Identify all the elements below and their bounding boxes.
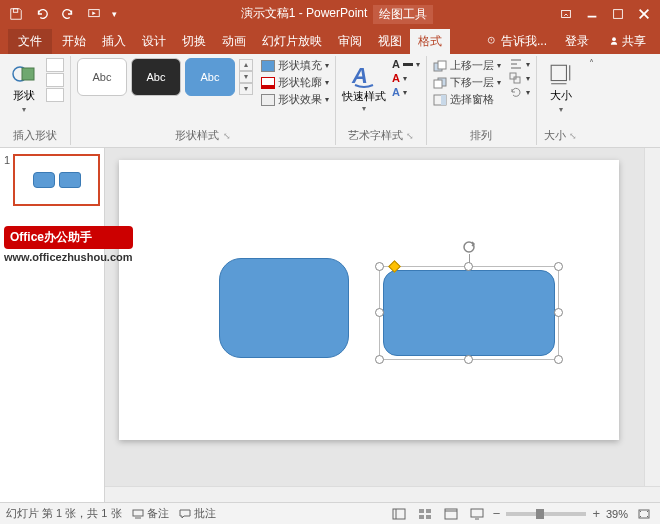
bring-forward-button[interactable]: 上移一层 ▾ <box>433 58 501 73</box>
svg-text:A: A <box>351 63 368 88</box>
style-preset-3[interactable]: Abc <box>185 58 235 96</box>
login-button[interactable]: 登录 <box>557 29 597 54</box>
svg-rect-15 <box>434 80 442 88</box>
quick-styles-button[interactable]: A 快速样式 ▾ <box>342 58 386 118</box>
text-fill-button[interactable]: A ▾ <box>392 58 420 70</box>
size-button[interactable]: 大小 ▾ <box>543 58 579 118</box>
rounded-rectangle-1[interactable] <box>219 258 349 358</box>
adjustment-handle[interactable] <box>388 260 401 273</box>
svg-rect-0 <box>13 9 17 13</box>
rotation-handle-icon[interactable] <box>462 240 476 254</box>
tab-format[interactable]: 格式 <box>410 29 450 54</box>
reading-view-icon[interactable] <box>441 506 461 522</box>
send-backward-button[interactable]: 下移一层 ▾ <box>433 75 501 90</box>
tab-animations[interactable]: 动画 <box>214 29 254 54</box>
zoom-slider[interactable] <box>506 512 586 516</box>
style-preset-1[interactable]: Abc <box>77 58 127 96</box>
slideshow-view-icon[interactable] <box>467 506 487 522</box>
vertical-scrollbar[interactable] <box>644 148 660 502</box>
svg-rect-31 <box>419 515 424 519</box>
svg-rect-21 <box>510 73 516 79</box>
rounded-rectangle-2-selected[interactable] <box>383 270 555 356</box>
ribbon-tabs: 文件 开始 插入 设计 切换 动画 幻灯片放映 审阅 视图 格式 告诉我... … <box>0 28 660 54</box>
tab-review[interactable]: 审阅 <box>330 29 370 54</box>
close-icon[interactable] <box>632 3 656 25</box>
svg-rect-23 <box>551 65 566 80</box>
collapse-ribbon-icon[interactable]: ˄ <box>585 56 598 71</box>
group-label-wordart: 艺术字样式 ⤡ <box>342 126 420 143</box>
notes-button[interactable]: 备注 <box>132 506 169 521</box>
shape-outline-button[interactable]: 形状轮廓 ▾ <box>261 75 329 90</box>
text-effects-button[interactable]: A ▾ <box>392 86 420 98</box>
share-button[interactable]: 共享 <box>601 29 654 54</box>
resize-handle-mr[interactable] <box>554 308 563 317</box>
selection-pane-button[interactable]: 选择窗格 <box>433 92 501 107</box>
maximize-icon[interactable] <box>606 3 630 25</box>
slide-thumbnail-panel: 1 <box>0 148 105 502</box>
resize-handle-ml[interactable] <box>375 308 384 317</box>
text-outline-button[interactable]: A ▾ <box>392 72 420 84</box>
title-bar: ▾ 演示文稿1 - PowerPoint 绘图工具 <box>0 0 660 28</box>
zoom-in-icon[interactable]: + <box>592 506 600 521</box>
svg-rect-17 <box>441 95 446 105</box>
ribbon-options-icon[interactable] <box>554 3 578 25</box>
slide[interactable] <box>119 160 619 440</box>
comments-button[interactable]: 批注 <box>179 506 216 521</box>
qat-customize-icon[interactable]: ▾ <box>108 3 120 25</box>
tab-view[interactable]: 视图 <box>370 29 410 54</box>
fit-to-window-icon[interactable] <box>634 506 654 522</box>
gallery-more-icon[interactable]: ▾ <box>239 83 253 95</box>
resize-handle-br[interactable] <box>554 355 563 364</box>
horizontal-scrollbar[interactable] <box>105 486 660 502</box>
shape-style-gallery[interactable]: Abc Abc Abc ▴ ▾ ▾ <box>77 58 253 96</box>
text-box-button[interactable] <box>46 73 64 87</box>
redo-icon[interactable] <box>56 3 80 25</box>
tab-file[interactable]: 文件 <box>8 29 52 54</box>
slide-counter: 幻灯片 第 1 张，共 1 张 <box>6 506 122 521</box>
minimize-icon[interactable] <box>580 3 604 25</box>
svg-rect-10 <box>22 68 34 80</box>
start-from-beginning-icon[interactable] <box>82 3 106 25</box>
group-label-arrange: 排列 <box>433 126 530 143</box>
svg-rect-13 <box>438 61 446 69</box>
svg-rect-25 <box>133 510 143 516</box>
shape-fill-button[interactable]: 形状填充 ▾ <box>261 58 329 73</box>
align-button[interactable]: ▾ <box>509 58 530 70</box>
rotate-button[interactable]: ▾ <box>509 86 530 98</box>
shapes-button[interactable]: 形状 ▾ <box>6 58 42 118</box>
style-preset-2[interactable]: Abc <box>131 58 181 96</box>
thumb-number: 1 <box>4 154 10 206</box>
tab-home[interactable]: 开始 <box>54 29 94 54</box>
resize-handle-tm[interactable] <box>464 262 473 271</box>
tab-transitions[interactable]: 切换 <box>174 29 214 54</box>
zoom-level[interactable]: 39% <box>606 508 628 520</box>
tab-slideshow[interactable]: 幻灯片放映 <box>254 29 330 54</box>
tab-design[interactable]: 设计 <box>134 29 174 54</box>
svg-rect-35 <box>471 509 483 517</box>
ribbon: 形状 ▾ 插入形状 Abc Abc Abc ▴ ▾ ▾ <box>0 54 660 148</box>
group-shape-styles: Abc Abc Abc ▴ ▾ ▾ 形状填充 ▾ 形状轮廓 ▾ 形状效果 ▾ 形… <box>71 56 336 145</box>
gallery-up-icon[interactable]: ▴ <box>239 59 253 71</box>
shape-effects-button[interactable]: 形状效果 ▾ <box>261 92 329 107</box>
sorter-view-icon[interactable] <box>415 506 435 522</box>
watermark-badge: Office办公助手 www.officezhushou.com <box>4 226 133 263</box>
group-label-insert-shapes: 插入形状 <box>6 126 64 143</box>
resize-handle-bm[interactable] <box>464 355 473 364</box>
resize-handle-tl[interactable] <box>375 262 384 271</box>
thumbnail-slide-1[interactable]: 1 <box>4 154 100 206</box>
tell-me-search[interactable]: 告诉我... <box>480 33 553 50</box>
svg-rect-32 <box>426 515 431 519</box>
selection-box <box>379 266 559 360</box>
tab-insert[interactable]: 插入 <box>94 29 134 54</box>
save-icon[interactable] <box>4 3 28 25</box>
group-button[interactable]: ▾ <box>509 72 530 84</box>
resize-handle-tr[interactable] <box>554 262 563 271</box>
zoom-out-icon[interactable]: − <box>493 506 501 521</box>
resize-handle-bl[interactable] <box>375 355 384 364</box>
svg-rect-30 <box>426 509 431 513</box>
undo-icon[interactable] <box>30 3 54 25</box>
edit-shape-button[interactable] <box>46 58 64 72</box>
merge-shapes-button[interactable] <box>46 88 64 102</box>
normal-view-icon[interactable] <box>389 506 409 522</box>
gallery-down-icon[interactable]: ▾ <box>239 71 253 83</box>
